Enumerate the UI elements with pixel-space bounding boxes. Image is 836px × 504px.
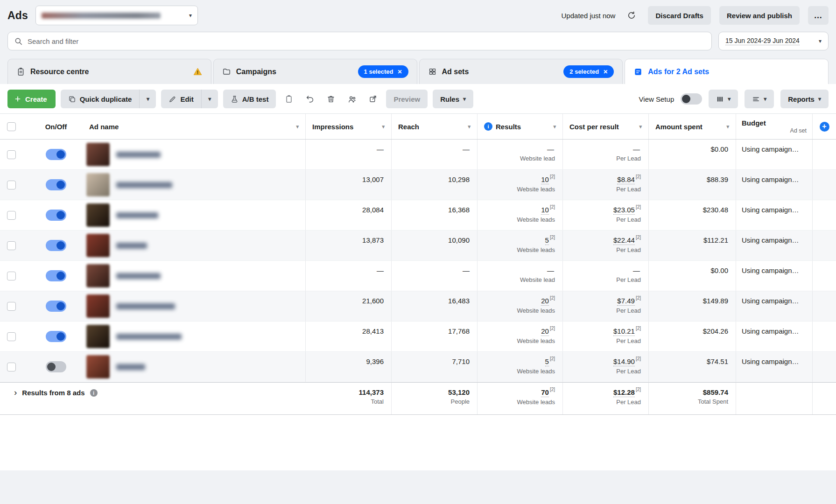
ad-name-cell[interactable] xyxy=(83,200,306,230)
ad-name-cell[interactable] xyxy=(83,231,306,260)
review-and-publish-button[interactable]: Review and publish xyxy=(719,6,800,25)
plus-icon xyxy=(14,95,21,103)
quick-duplicate-dropdown[interactable]: ▾ xyxy=(139,90,156,108)
ad-sets-selected-badge[interactable]: 2 selected ✕ xyxy=(563,65,614,78)
row-toggle-cell xyxy=(29,352,83,382)
clear-selection-icon[interactable]: ✕ xyxy=(397,69,402,75)
cost-per-result-cell: $23.05 [2] Per Lead xyxy=(563,200,649,230)
tab-ad-sets[interactable]: Ad sets 2 selected ✕ xyxy=(419,59,623,84)
summary-reach: 53,120 People xyxy=(392,383,478,414)
row-checkbox[interactable] xyxy=(7,272,16,280)
row-checkbox[interactable] xyxy=(7,241,16,250)
toggle-knob xyxy=(56,211,65,219)
ad-name-cell[interactable] xyxy=(83,291,306,321)
impressions-cell: — xyxy=(306,140,392,169)
select-all-checkbox[interactable] xyxy=(7,122,16,131)
refresh-button[interactable] xyxy=(624,7,639,23)
expand-results-icon[interactable]: › xyxy=(14,388,17,396)
impressions-cell: 13,007 xyxy=(306,170,392,200)
on-off-toggle[interactable] xyxy=(46,149,66,160)
tab-campaigns[interactable]: Campaigns 1 selected ✕ xyxy=(213,59,417,84)
campaigns-selected-badge[interactable]: 1 selected ✕ xyxy=(358,65,408,78)
ad-name-cell[interactable] xyxy=(83,352,306,382)
tab-ads[interactable]: Ads for 2 Ad sets xyxy=(625,59,829,84)
delete-button[interactable] xyxy=(323,91,339,107)
search-filter-bar[interactable] xyxy=(7,32,712,50)
column-header-budget[interactable]: Budget Ad set xyxy=(736,114,813,139)
row-checkbox[interactable] xyxy=(7,302,16,311)
edit-button[interactable]: Edit xyxy=(161,90,201,108)
row-toggle-cell xyxy=(29,170,83,200)
assign-people-button[interactable] xyxy=(344,91,360,107)
column-header-results[interactable]: i Results ▾ xyxy=(478,114,563,139)
quick-duplicate-button[interactable]: Quick duplicate xyxy=(61,90,140,108)
external-square-icon xyxy=(369,95,377,103)
amount-spent-cell: $230.48 xyxy=(649,200,736,230)
reports-button[interactable]: Reports ▾ xyxy=(780,90,829,108)
pin-button[interactable] xyxy=(281,91,297,107)
results-value: 10 xyxy=(541,205,549,215)
ad-name-blurred xyxy=(116,334,182,340)
ad-name-cell[interactable] xyxy=(83,140,306,169)
columns-button[interactable]: ▾ xyxy=(709,90,738,108)
on-off-toggle[interactable] xyxy=(46,361,66,372)
ad-name-cell[interactable] xyxy=(83,261,306,291)
preview-button[interactable]: Preview xyxy=(386,90,428,108)
ad-thumbnail xyxy=(86,294,110,318)
sort-caret-icon: ▾ xyxy=(382,124,385,130)
column-header-impressions[interactable]: Impressions ▾ xyxy=(306,114,392,139)
add-column-icon[interactable]: + xyxy=(820,122,829,132)
results-cell: 5 [2] Website leads xyxy=(478,352,563,382)
breakdown-button[interactable]: ▾ xyxy=(745,90,774,108)
ad-name-cell[interactable] xyxy=(83,322,306,351)
clear-selection-icon[interactable]: ✕ xyxy=(603,69,608,75)
on-off-toggle[interactable] xyxy=(46,240,66,251)
duplicate-icon xyxy=(68,95,76,103)
column-header-reach[interactable]: Reach ▾ xyxy=(392,114,478,139)
cost-per-result-cell: — Per Lead xyxy=(563,261,649,291)
select-all-cell xyxy=(0,114,29,139)
row-checkbox[interactable] xyxy=(7,150,16,159)
rules-button[interactable]: Rules ▾ xyxy=(433,90,473,108)
budget-value: Using campaign… xyxy=(736,170,813,200)
create-button[interactable]: Create xyxy=(7,90,56,108)
edit-dropdown[interactable]: ▾ xyxy=(201,90,218,108)
on-off-toggle[interactable] xyxy=(46,270,66,281)
ad-account-selector[interactable]: ▾ xyxy=(35,6,198,25)
tracking-button[interactable] xyxy=(365,91,381,107)
undo-button[interactable] xyxy=(302,91,318,107)
table-row: 21,600 16,483 20 [2] Website leads $7.49… xyxy=(0,291,836,322)
on-off-toggle[interactable] xyxy=(46,331,66,342)
chevron-down-icon: ▾ xyxy=(764,96,766,102)
ad-thumbnail xyxy=(86,143,110,166)
results-value: — xyxy=(547,145,554,154)
row-checkbox[interactable] xyxy=(7,363,16,371)
row-checkbox[interactable] xyxy=(7,181,16,189)
attribution-info-icon[interactable]: i xyxy=(484,122,492,131)
info-icon[interactable]: i xyxy=(90,389,98,397)
more-options-button[interactable]: … xyxy=(808,6,829,25)
column-header-ad-name[interactable]: Ad name ▾ xyxy=(83,114,306,139)
top-bar-actions: Updated just now Discard Drafts Review a… xyxy=(562,6,829,25)
cost-type: Per Lead xyxy=(616,216,641,224)
row-checkbox[interactable] xyxy=(7,332,16,341)
discard-drafts-button[interactable]: Discard Drafts xyxy=(648,6,711,25)
tab-resource-centre[interactable]: Resource centre xyxy=(7,59,211,84)
search-input[interactable] xyxy=(28,37,705,45)
toggle-knob xyxy=(56,332,65,341)
view-setup-toggle[interactable] xyxy=(681,93,702,105)
date-range-picker[interactable]: 15 Jun 2024-29 Jun 2024 ▾ xyxy=(718,32,829,50)
ad-name-cell[interactable] xyxy=(83,170,306,200)
column-header-cost-per-result[interactable]: Cost per result ▾ xyxy=(563,114,649,139)
row-end-cell xyxy=(813,140,836,169)
chevron-down-icon: ▾ xyxy=(147,96,149,102)
on-off-toggle[interactable] xyxy=(46,210,66,221)
on-off-toggle[interactable] xyxy=(46,179,66,190)
column-header-amount-spent[interactable]: Amount spent ▾ xyxy=(649,114,736,139)
on-off-toggle[interactable] xyxy=(46,301,66,312)
row-checkbox[interactable] xyxy=(7,211,16,220)
summary-end-cell xyxy=(813,383,836,414)
cost-per-result-cell: — Per Lead xyxy=(563,140,649,169)
ab-test-button[interactable]: A/B test xyxy=(223,90,276,108)
results-cell: 10 [2] Website leads xyxy=(478,170,563,200)
